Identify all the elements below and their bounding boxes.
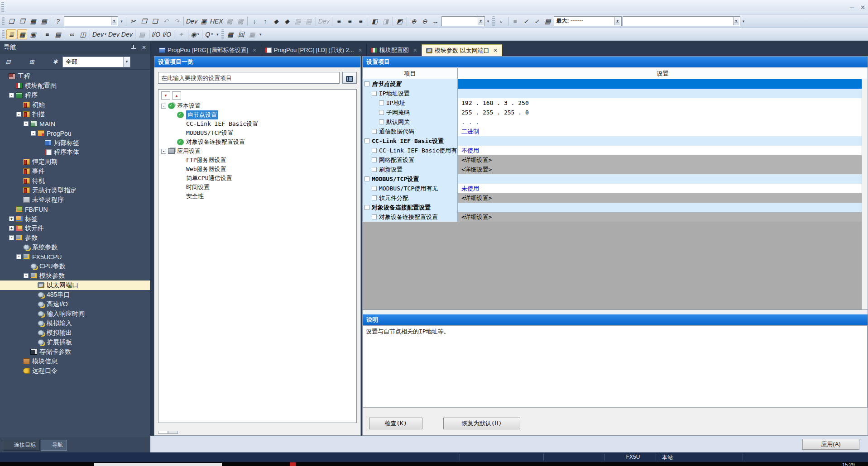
toolbar-button[interactable] (221, 29, 224, 39)
toolbar-button[interactable]: ◆ (282, 16, 292, 26)
row-expander-icon[interactable] (372, 186, 377, 191)
tree-item[interactable]: 无执行类型指定 (0, 185, 150, 195)
settings-value-cell[interactable] (458, 89, 868, 98)
toolbar-button[interactable] (508, 17, 508, 26)
toolbar-button[interactable]: ▥ (304, 16, 314, 26)
tree-item[interactable]: 程序本体 (0, 147, 150, 157)
row-expander-icon[interactable] (372, 167, 377, 172)
toolbar-button[interactable]: 最大: ------- (554, 16, 622, 26)
tree-expander-icon[interactable] (9, 235, 14, 240)
toolbar-button[interactable] (393, 17, 393, 26)
tree-item[interactable]: 模块配置图 (0, 81, 150, 90)
toolbar-button[interactable]: ▣ (28, 29, 38, 39)
toolbar-button[interactable]: ≡ (345, 16, 355, 26)
toolbar-button[interactable] (258, 29, 263, 39)
nav-tool-button[interactable]: ✱ (50, 57, 61, 67)
settings-value-cell[interactable] (458, 79, 868, 89)
settings-row[interactable]: 对象设备连接配置设置 (363, 203, 868, 212)
tree-item[interactable]: 高速I/O (0, 300, 150, 309)
toolbar-button[interactable]: Q (204, 29, 214, 39)
settings-row[interactable]: MODBUS/TCP设置 (363, 174, 868, 184)
toolbar-button[interactable]: ▤ (543, 16, 553, 26)
toolbar-button[interactable]: Dev (318, 16, 330, 26)
toolbar-button[interactable] (65, 30, 65, 39)
tree-item[interactable]: 远程口令 (0, 366, 150, 376)
toolbar-button[interactable] (623, 16, 740, 26)
settings-row[interactable]: IP地址 192 . 168 . 3 . 250 (363, 98, 868, 108)
settings-value-cell[interactable]: . . . (458, 117, 868, 127)
tree-expander-icon[interactable] (9, 93, 14, 98)
pin-icon[interactable] (131, 45, 136, 50)
toolbar-button[interactable] (441, 16, 485, 26)
toolbar-button[interactable]: ▩ (225, 16, 235, 26)
toolbar-button[interactable]: ▦ (225, 29, 235, 39)
settings-row[interactable]: CC-Link IEF Basic设置 (363, 136, 868, 146)
tab-close-icon[interactable]: ✕ (413, 48, 417, 53)
setting-tree-item[interactable]: 安全性 (158, 192, 356, 201)
settings-row[interactable]: CC-Link IEF Basic使用有无 不使用 (363, 146, 868, 155)
collapse-all-button[interactable]: ▴ (172, 91, 181, 100)
toolbar-button[interactable]: HEX (210, 16, 224, 26)
row-expander-icon[interactable] (364, 138, 369, 143)
toolbar-button[interactable] (316, 17, 316, 26)
settings-item-cell[interactable]: 子网掩码 (363, 108, 458, 117)
row-expander-icon[interactable] (372, 129, 377, 134)
row-expander-icon[interactable] (379, 100, 384, 105)
tree-item[interactable]: FB/FUN (0, 204, 150, 214)
setting-tree-item[interactable]: 对象设备连接配置设置 (158, 138, 356, 147)
settings-item-cell[interactable]: 通信数据代码 (363, 127, 458, 136)
setting-tree-item[interactable]: 基本设置 (158, 101, 356, 110)
tree-item[interactable]: 模块信息 (0, 357, 150, 366)
settings-row[interactable]: 对象设备连接配置设置 <详细设置> (363, 212, 868, 222)
toolbar-button[interactable] (51, 17, 51, 26)
toolbar-button[interactable] (174, 30, 174, 39)
tree-expander-icon[interactable] (16, 254, 21, 259)
settings-value-cell[interactable]: 255 . 255 . 255 . 0 (458, 108, 868, 117)
toolbar-button[interactable]: ❐ (139, 16, 149, 26)
settings-item-cell[interactable]: CC-Link IEF Basic使用有无 (363, 146, 458, 155)
document-tab[interactable]: ProgPou [PRG] [局部标签设置] ✕ (155, 44, 261, 56)
settings-value-cell[interactable]: <详细设置> (458, 155, 868, 165)
toolbar-button[interactable]: ▦ (28, 16, 38, 26)
tree-item[interactable]: 参数 (0, 233, 150, 243)
settings-value-cell[interactable] (458, 136, 868, 146)
search-button[interactable] (342, 72, 357, 84)
setting-tree-item[interactable]: 应用设置 (158, 147, 356, 156)
toolbar-button[interactable]: ⊖ (420, 16, 430, 26)
setting-tree-item[interactable]: CC-Link IEF Basic设置 (158, 119, 356, 128)
setting-list-tab[interactable] (168, 431, 178, 434)
row-expander-icon[interactable] (372, 214, 377, 219)
tree-item[interactable]: 模块参数 (0, 271, 150, 281)
toolbar-button[interactable]: ≣ (6, 29, 16, 39)
toolbar-button[interactable]: Dev (121, 29, 133, 39)
tree-expander-icon[interactable] (16, 112, 21, 117)
nav-tool-button[interactable] (38, 57, 49, 67)
toolbar-button[interactable]: ◩ (395, 16, 405, 26)
toolbar-button[interactable]: ▣ (199, 16, 209, 26)
expand-all-button[interactable]: ▾ (161, 91, 170, 100)
toolbar-button[interactable] (2, 17, 5, 26)
toolbar-button[interactable]: ↓ (249, 16, 259, 26)
settings-row[interactable]: 子网掩码 255 . 255 . 255 . 0 (363, 108, 868, 117)
settings-value-cell[interactable] (458, 203, 868, 212)
tree-item[interactable]: 初始 (0, 100, 150, 109)
setting-search-input[interactable] (158, 72, 340, 84)
apply-button[interactable]: 应用(A) (802, 439, 859, 450)
settings-item-cell[interactable]: 自节点设置 (363, 79, 458, 89)
settings-row[interactable]: 自节点设置 (363, 79, 868, 89)
toolbar-button[interactable] (407, 17, 407, 26)
settings-value-cell[interactable]: 未使用 (458, 184, 868, 193)
toolbar-button[interactable] (368, 17, 368, 26)
tree-item[interactable]: MAIN (0, 119, 150, 128)
nav-filter-dropdown[interactable]: 全部 (62, 57, 130, 67)
toolbar-button[interactable]: ↑ (260, 16, 270, 26)
tree-item[interactable]: FX5UCPU (0, 252, 150, 262)
tree-expander-icon[interactable] (161, 104, 166, 109)
tree-item[interactable]: 未登录程序 (0, 195, 150, 204)
row-expander-icon[interactable] (364, 176, 369, 181)
nav-tool-button[interactable]: ⊟ (3, 57, 14, 67)
tree-expander-icon[interactable] (31, 131, 36, 136)
toolbar-button[interactable]: ↶ (161, 16, 171, 26)
toolbar-button[interactable] (2, 30, 5, 39)
settings-row[interactable]: 网络配置设置 <详细设置> (363, 155, 868, 165)
